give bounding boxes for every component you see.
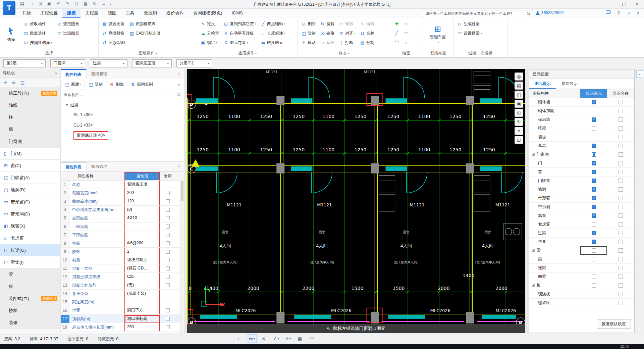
ribbon-tab[interactable]: 工具 (121, 9, 139, 18)
app-logo-icon[interactable]: T (3, 1, 15, 15)
show-name-checkbox[interactable] (619, 100, 623, 104)
draw-mode-toggle[interactable]: ✛ ▾ (283, 335, 293, 343)
header-property-value[interactable]: 属性值 (124, 172, 160, 180)
batch-select-button[interactable]: ⊡批量选择 (22, 29, 53, 38)
display-row[interactable]: ⊟梁 (529, 246, 634, 255)
restore-cad-button[interactable]: ↺还原CAD (101, 38, 126, 47)
help-search-input[interactable] (425, 12, 525, 16)
copy-button[interactable]: ◫复制 (300, 29, 317, 38)
property-scrollbar[interactable] (180, 181, 184, 333)
tree-collapse-icon[interactable]: ⊟ (532, 249, 537, 252)
nav-item[interactable]: 梁 (0, 268, 60, 281)
drawing-area[interactable]: Y X 125011001250125011001250125011001250… (187, 69, 525, 333)
attach-checkbox[interactable] (166, 216, 170, 220)
cad-identify-options-button[interactable]: ▧CAD识别选项 (128, 29, 161, 38)
tree-expander-icon[interactable]: ▼ (65, 103, 68, 107)
draw-tool-button[interactable]: ○ (401, 19, 411, 28)
show-element-checkbox[interactable] (592, 222, 596, 227)
show-element-checkbox[interactable] (592, 240, 596, 244)
nav-item[interactable]: 施工段(自) 免费试用 (0, 87, 60, 99)
quick-access-icon[interactable]: ⊞ (38, 1, 43, 7)
ribbon-tab[interactable]: 云应用 (139, 9, 162, 18)
quick-access-icon[interactable]: ↷ (65, 1, 70, 7)
pick-component-button[interactable]: ⊕拾取构件 (22, 19, 53, 29)
draw-mode-toggle[interactable]: ∟ (235, 335, 245, 343)
interfloor-copy-button[interactable]: ⇅层间复制 (128, 81, 155, 89)
show-element-checkbox[interactable] (592, 100, 596, 104)
nav-tool-icon[interactable]: ☰ (12, 80, 16, 85)
collapse-ribbon-icon[interactable]: ∧ (637, 10, 640, 15)
select-by-attribute-button[interactable]: ☑按属性选择 (22, 38, 53, 47)
show-name-checkbox[interactable] (619, 283, 623, 288)
cloud-check-button[interactable]: ☁云检查 (199, 29, 220, 38)
display-row[interactable]: 保温墙 (529, 115, 634, 124)
tree-item[interactable]: GL-1 <30> (61, 109, 184, 120)
nav-item[interactable]: ⌂ 老虎窗 (0, 232, 60, 244)
align-button[interactable]: ≣对齐 (337, 29, 357, 38)
nav-tool-icon[interactable]: ◫ (20, 80, 24, 85)
show-name-checkbox[interactable] (619, 213, 623, 218)
show-element-checkbox[interactable] (592, 135, 596, 139)
display-row[interactable]: 连梁 (529, 264, 634, 272)
view-tool-button[interactable]: ↻ (515, 118, 523, 126)
show-element-checkbox[interactable] (592, 117, 596, 122)
category-select[interactable]: 门窗洞▾ (50, 59, 85, 67)
tab-property-list[interactable]: 属性列表 (61, 162, 87, 171)
copy-component-button[interactable]: ◫复制 (86, 81, 104, 89)
show-name-checkbox[interactable] (619, 205, 623, 209)
nav-item[interactable]: ◧ 飘窗(X) (0, 220, 60, 232)
show-name-checkbox[interactable] (619, 187, 623, 192)
family-select[interactable]: 过梁▾ (90, 59, 127, 67)
select-button[interactable]: 选择 (2, 19, 20, 50)
filter-element-button[interactable]: ▽过滤图元 (55, 29, 80, 38)
tab-layer-management[interactable]: 图层管理 (87, 162, 112, 171)
display-row[interactable]: 圈梁 (529, 272, 634, 281)
show-name-checkbox[interactable] (619, 196, 623, 200)
attach-checkbox[interactable] (166, 241, 170, 245)
show-name-checkbox[interactable] (619, 126, 623, 131)
share-icon[interactable]: ⇗ (627, 10, 631, 15)
length-dimension-button[interactable]: ↔长度标注 (259, 29, 286, 38)
trim-button[interactable]: ✂修剪 (337, 19, 357, 29)
property-row[interactable]: 11 混凝土类型 (砾石 GD... (61, 264, 184, 273)
tree-collapse-icon[interactable]: ⊟ (532, 284, 537, 287)
minimize-button[interactable]: – (604, 0, 617, 9)
property-row[interactable]: 14 泵送类型 (混凝土泵) (61, 290, 184, 298)
view-tool-button[interactable]: ◎ (515, 72, 523, 81)
show-name-checkbox[interactable] (619, 144, 623, 148)
display-row[interactable]: 带形窗 (529, 194, 634, 203)
find-element-button[interactable]: ◎查找图元 (55, 19, 80, 29)
show-element-checkbox[interactable] (592, 152, 596, 157)
draw-mode-toggle[interactable]: ✕ (259, 335, 269, 343)
close-icon[interactable]: × (175, 69, 184, 79)
display-row[interactable]: ⊟板 (529, 281, 634, 290)
identify-floor-table-button[interactable]: ▤识别楼层表 (128, 19, 161, 29)
copy-to-other-floor-button[interactable]: ⊞复制到其它层 (222, 19, 257, 29)
tab-element-display[interactable]: 图元显示 (529, 79, 556, 89)
show-name-checkbox[interactable] (619, 275, 623, 279)
view-tool-button[interactable]: ≡ (515, 127, 523, 135)
quick-access-more-icon[interactable]: ▾ (110, 1, 112, 7)
element-save-button[interactable]: ↧图元存盘 (222, 38, 257, 47)
view-tool-button[interactable]: ▤ (515, 82, 523, 90)
close-icon[interactable]: × (175, 162, 184, 171)
view-tool-button[interactable]: ▣ (515, 100, 523, 108)
view-tool-button[interactable]: ⊞ (515, 109, 523, 117)
mirror-button[interactable]: ⋈镜像 (319, 29, 335, 38)
element-type-select[interactable]: 窗洞底压顶▾ (132, 59, 172, 67)
ribbon-tab[interactable]: IGMS (227, 9, 248, 18)
toolbar-more-icon[interactable]: » (175, 82, 182, 87)
nav-item[interactable]: ◫ 门联窗(A) (0, 172, 60, 184)
move-button[interactable]: ✛移动 (300, 38, 317, 47)
property-row[interactable]: 6 上部纵筋 (61, 222, 184, 231)
set-scale-button[interactable]: ▦设置比例 (101, 19, 126, 29)
show-element-checkbox[interactable] (592, 109, 596, 113)
show-element-checkbox[interactable] (592, 248, 596, 253)
nav-tool-icon[interactable]: ✛ (3, 80, 7, 85)
tab-floor-display[interactable]: 楼层显示 (556, 79, 583, 89)
nav-item[interactable]: ⊞ 窗(C) (0, 160, 60, 172)
show-name-checkbox[interactable] (619, 292, 623, 296)
quick-access-icon[interactable]: ▣ (47, 1, 52, 7)
tab-component-list[interactable]: 构件列表 (61, 69, 87, 79)
ribbon-tab[interactable]: 协同建模(限免) (189, 9, 227, 18)
